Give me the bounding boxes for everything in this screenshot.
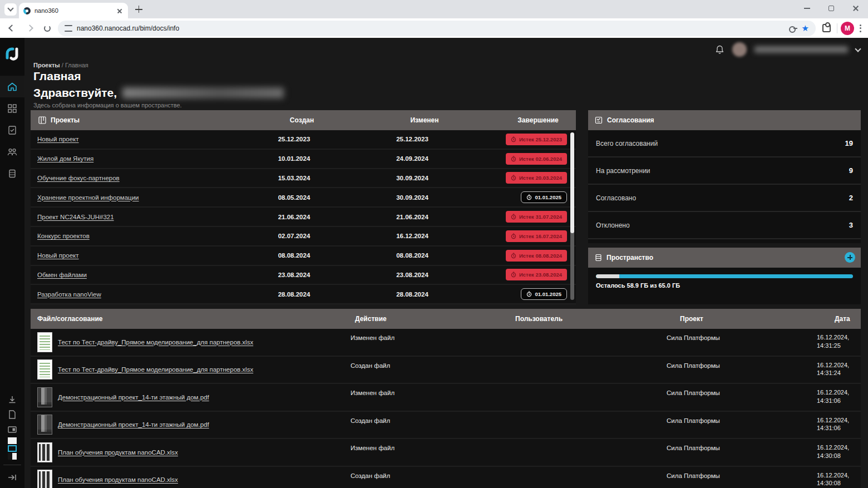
sidebar-item-storage[interactable] (0, 162, 24, 184)
file-link[interactable]: Тест по Тест-драйву_Прямое моделирование… (58, 366, 253, 373)
sidebar-item-document[interactable] (0, 407, 24, 422)
project-link[interactable]: Жилой дом Якутия (37, 155, 257, 162)
col-created: Создан (262, 116, 342, 124)
project-link[interactable]: Обмен файлами (37, 272, 257, 278)
project-link[interactable]: Разработка nanoView (37, 291, 257, 298)
project-created: 25.12.2023 (257, 136, 338, 142)
project-modified: 30.09.2024 (338, 194, 494, 201)
browser-chrome: nano360 nano360.nanocad.ru/bim/docs/info… (0, 0, 868, 38)
project-modified: 21.06.2024 (338, 214, 494, 220)
activity-row: Тест по Тест-драйву_Прямое моделирование… (31, 329, 861, 357)
reload-button[interactable] (40, 21, 55, 36)
project-link[interactable]: Проект NC24AS-JUH#321 (37, 214, 257, 220)
completion-badge: Истек 31.07.2024 (506, 211, 567, 223)
activity-card: Файл/согласование Действие Пользователь … (31, 309, 861, 488)
projects-icon (7, 103, 17, 114)
tab-search-button[interactable] (4, 3, 17, 16)
file-thumbnail-icon (37, 332, 52, 352)
user-menu-chevron-icon[interactable] (855, 46, 861, 52)
activity-date: 16.12.2024,14:30:08 (817, 439, 861, 466)
activity-action: Создан файл (351, 412, 506, 438)
sidebar-item-approvals[interactable] (0, 119, 24, 141)
projects-scrollbar[interactable] (570, 132, 574, 300)
sidebar (0, 38, 24, 488)
url-text[interactable]: nano360.nanocad.ru/bim/docs/info (77, 24, 784, 32)
clock-icon (511, 253, 516, 259)
greeting: Здравствуйте, (33, 86, 284, 100)
download-icon (7, 395, 17, 405)
sidebar-bottom (0, 392, 24, 485)
sidebar-item-projects[interactable] (0, 97, 24, 119)
breadcrumb-root[interactable]: Проекты (33, 62, 60, 68)
add-space-button[interactable] (845, 252, 855, 263)
project-created: 28.08.2024 (257, 291, 338, 298)
project-link[interactable]: Новый проект (37, 252, 257, 259)
minimize-button[interactable] (795, 0, 819, 17)
completion-badge: 01.01.2025 (521, 288, 567, 300)
forward-button[interactable] (22, 21, 37, 36)
site-settings-icon[interactable] (65, 25, 72, 32)
completion-badge: Истек 20.03.2024 (506, 172, 567, 184)
password-key-icon[interactable] (788, 24, 797, 33)
extensions-button[interactable] (819, 21, 834, 36)
main-page: Проекты / Главная Главная Здравствуйте, … (24, 38, 868, 488)
nano360-logo[interactable] (5, 46, 19, 62)
file-link[interactable]: Демонстрационный проект_14-ти этажный до… (58, 421, 209, 428)
bookmark-star-icon[interactable] (802, 24, 809, 32)
project-link[interactable]: Новый проект (37, 136, 257, 142)
completion-badge: Истек 25.12.2023 (506, 134, 567, 145)
file-link[interactable]: План обучения продуктам nanoCAD.xlsx (58, 449, 178, 456)
theme-dark-button[interactable] (8, 445, 17, 452)
sidebar-item-home[interactable] (0, 76, 24, 97)
url-bar[interactable]: nano360.nanocad.ru/bim/docs/info (58, 21, 816, 36)
project-link[interactable]: Обучение фокус-партнеров (37, 175, 257, 181)
notifications-bell-icon[interactable] (715, 45, 724, 55)
project-row: Конкурс проектов 02.07.2024 16.12.2024 И… (31, 227, 576, 247)
theme-light-button[interactable] (8, 437, 17, 444)
completion-badge: Истек 16.07.2024 (506, 230, 567, 242)
user-avatar[interactable] (732, 42, 747, 57)
theme-auto-button[interactable] (8, 453, 17, 460)
new-tab-button[interactable] (132, 3, 146, 16)
tab-close-icon[interactable] (116, 7, 124, 14)
clock-icon (511, 136, 516, 142)
project-modified: 08.08.2024 (338, 252, 494, 259)
nano360-favicon (23, 7, 31, 14)
projects-rows: Новый проект 25.12.2023 25.12.2023 Истек… (31, 130, 576, 304)
col-date: Дата (835, 315, 854, 323)
maximize-button[interactable] (819, 0, 844, 17)
browser-toolbar: nano360.nanocad.ru/bim/docs/info M (0, 18, 868, 38)
browser-profile-avatar[interactable]: M (841, 22, 854, 35)
sidebar-collapse-button[interactable] (0, 470, 24, 485)
breadcrumb: Проекты / Главная (33, 62, 88, 68)
project-modified: 16.12.2024 (338, 233, 494, 239)
clock-icon (511, 214, 516, 220)
minimize-icon (804, 8, 810, 9)
sidebar-item-panel[interactable] (0, 422, 24, 437)
activity-row: Демонстрационный проект_14-ти этажный до… (31, 412, 861, 440)
project-link[interactable]: Хранение проектной информации (37, 194, 257, 201)
file-link[interactable]: Тест по Тест-драйву_Прямое моделирование… (58, 339, 253, 346)
sidebar-item-users[interactable] (0, 141, 24, 162)
close-button[interactable] (844, 0, 868, 17)
browser-tab[interactable]: nano360 (19, 3, 128, 18)
activity-user (506, 467, 667, 488)
storage-progress-bar (596, 274, 853, 278)
projects-scrollbar-thumb[interactable] (570, 132, 574, 233)
file-link[interactable]: План обучения продуктам nanoCAD.xlsx (58, 476, 178, 483)
activity-project: Сила Платформы (667, 329, 817, 356)
nano360-app: Проекты / Главная Главная Здравствуйте, … (0, 38, 868, 488)
browser-menu-button[interactable] (857, 22, 864, 34)
approvals-icon (7, 125, 17, 135)
panel-icon (7, 425, 17, 434)
sidebar-item-download[interactable] (0, 392, 24, 407)
project-row: Обучение фокус-партнеров 15.03.2024 30.0… (31, 169, 576, 189)
project-link[interactable]: Конкурс проектов (37, 233, 257, 239)
back-button[interactable] (4, 21, 19, 36)
file-link[interactable]: Демонстрационный проект_14-ти этажный до… (58, 394, 209, 401)
clock-icon (511, 156, 516, 162)
window-controls (795, 0, 868, 17)
project-created: 08.05.2024 (257, 194, 338, 201)
activity-project: Сила Платформы (667, 439, 817, 466)
activity-date: 16.12.2024,14:30:08 (817, 467, 861, 488)
